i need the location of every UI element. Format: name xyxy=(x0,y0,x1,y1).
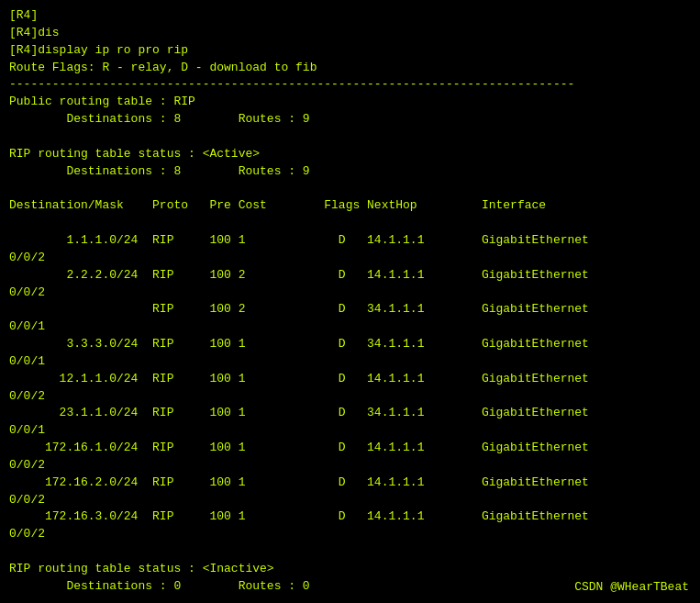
terminal-output: [R4] [R4]dis [R4]display ip ro pro rip R… xyxy=(9,7,691,596)
watermark: CSDN @WHearTBeat xyxy=(574,580,689,594)
